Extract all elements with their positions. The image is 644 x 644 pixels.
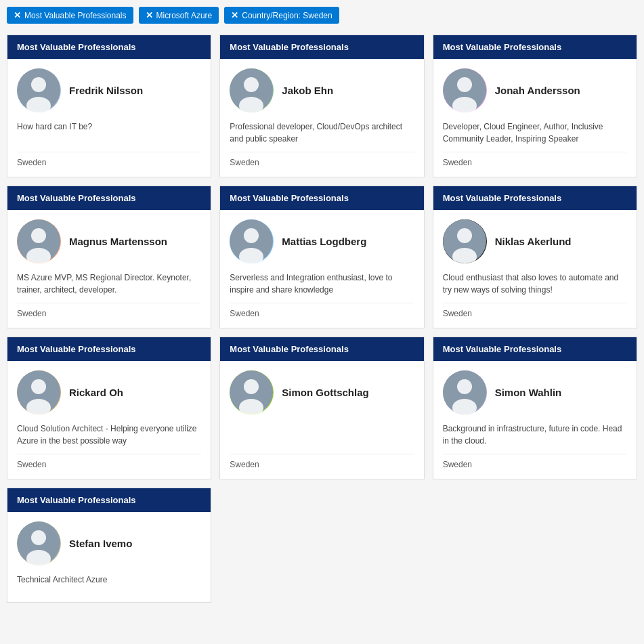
svg-point-4 <box>244 77 259 92</box>
profile-card-5[interactable]: Most Valuable Professionals Niklas Akerl… <box>433 186 637 328</box>
svg-point-1 <box>31 77 46 92</box>
card-body-4: Mattias Logdberg Serverless and Integrat… <box>220 210 423 328</box>
card-header-9: Most Valuable Professionals <box>7 488 211 512</box>
card-header-0: Most Valuable Professionals <box>7 35 211 59</box>
country-7: Sweden <box>230 454 414 469</box>
profile-card-6[interactable]: Most Valuable Professionals Rickard Oh C… <box>7 337 211 479</box>
cards-grid: Most Valuable Professionals Fredrik Nils… <box>7 35 637 603</box>
filter-label-country-filter: Country/Region: Sweden <box>242 11 332 20</box>
profile-card-7[interactable]: Most Valuable Professionals Simon Gottsc… <box>219 337 424 479</box>
bio-4: Serverless and Integration enthusiast, l… <box>230 272 414 296</box>
svg-point-13 <box>244 228 259 243</box>
bio-9: Technical Architect Azure <box>17 574 201 586</box>
card-body-2: Jonah Andersson Developer, Cloud Enginee… <box>433 59 637 177</box>
person-name-4: Mattias Logdberg <box>282 236 366 247</box>
filter-bar: ✕Most Valuable Professionals✕Microsoft A… <box>7 7 637 24</box>
x-icon-country-filter: ✕ <box>231 10 238 20</box>
card-body-6: Rickard Oh Cloud Solution Architect - He… <box>7 361 211 479</box>
bio-1: Professional developer, Cloud/DevOps arc… <box>230 121 414 145</box>
person-name-1: Jakob Ehn <box>282 85 333 96</box>
person-row-1: Jakob Ehn <box>230 68 414 112</box>
x-icon-mvp-filter: ✕ <box>14 10 21 20</box>
avatar-9 <box>17 521 61 565</box>
person-name-7: Simon Gottschlag <box>282 387 368 398</box>
card-header-8: Most Valuable Professionals <box>433 337 637 361</box>
card-body-5: Niklas Akerlund Cloud enthusiast that al… <box>433 210 637 328</box>
card-body-8: Simon Wahlin Background in infrastructur… <box>433 361 637 479</box>
person-row-5: Niklas Akerlund <box>443 219 627 263</box>
svg-point-25 <box>457 379 472 394</box>
profile-card-0[interactable]: Most Valuable Professionals Fredrik Nils… <box>7 35 211 177</box>
card-header-1: Most Valuable Professionals <box>220 35 423 59</box>
filter-tag-mvp-filter[interactable]: ✕Most Valuable Professionals <box>7 7 133 24</box>
person-row-3: Magnus Martensson <box>17 219 201 263</box>
x-icon-azure-filter: ✕ <box>146 10 153 20</box>
person-name-5: Niklas Akerlund <box>495 236 572 247</box>
person-row-0: Fredrik Nilsson <box>17 68 201 112</box>
card-body-3: Magnus Martensson MS Azure MVP, MS Regio… <box>7 210 211 328</box>
person-row-7: Simon Gottschlag <box>230 370 414 414</box>
bio-8: Background in infrastructure, future in … <box>443 423 627 447</box>
avatar-8 <box>443 370 487 414</box>
person-name-0: Fredrik Nilsson <box>69 85 143 96</box>
svg-point-16 <box>457 228 472 243</box>
person-row-9: Stefan Ivemo <box>17 521 201 565</box>
card-body-7: Simon Gottschlag Sweden <box>220 361 423 479</box>
person-name-8: Simon Wahlin <box>495 387 562 398</box>
person-name-6: Rickard Oh <box>69 387 123 398</box>
avatar-2 <box>443 68 487 112</box>
person-row-6: Rickard Oh <box>17 370 201 414</box>
bio-3: MS Azure MVP, MS Regional Director. Keyn… <box>17 272 201 296</box>
svg-point-10 <box>31 228 46 243</box>
country-1: Sweden <box>230 152 414 167</box>
svg-point-7 <box>457 77 472 92</box>
card-body-0: Fredrik Nilsson How hard can IT be? Swed… <box>7 59 211 177</box>
svg-point-19 <box>31 379 46 394</box>
country-2: Sweden <box>443 152 627 167</box>
bio-0: How hard can IT be? <box>17 121 201 145</box>
country-5: Sweden <box>443 303 627 318</box>
avatar-4 <box>230 219 274 263</box>
svg-point-22 <box>244 379 259 394</box>
bio-6: Cloud Solution Architect - Helping every… <box>17 423 201 447</box>
filter-label-mvp-filter: Most Valuable Professionals <box>24 11 127 20</box>
card-body-1: Jakob Ehn Professional developer, Cloud/… <box>220 59 423 177</box>
avatar-5 <box>443 219 487 263</box>
filter-tag-country-filter[interactable]: ✕Country/Region: Sweden <box>224 7 339 24</box>
card-header-4: Most Valuable Professionals <box>220 186 423 210</box>
person-name-3: Magnus Martensson <box>69 236 167 247</box>
svg-point-28 <box>31 530 46 545</box>
profile-card-3[interactable]: Most Valuable Professionals Magnus Marte… <box>7 186 211 328</box>
card-body-9: Stefan Ivemo Technical Architect Azure <box>7 512 211 602</box>
profile-card-2[interactable]: Most Valuable Professionals Jonah Anders… <box>433 35 637 177</box>
page-wrapper: ✕Most Valuable Professionals✕Microsoft A… <box>0 0 644 609</box>
bio-2: Developer, Cloud Engineer, Author, Inclu… <box>443 121 627 145</box>
profile-card-4[interactable]: Most Valuable Professionals Mattias Logd… <box>219 186 424 328</box>
card-header-5: Most Valuable Professionals <box>433 186 637 210</box>
card-header-3: Most Valuable Professionals <box>7 186 211 210</box>
avatar-0 <box>17 68 61 112</box>
bio-5: Cloud enthusiast that also loves to auto… <box>443 272 627 296</box>
card-header-7: Most Valuable Professionals <box>220 337 423 361</box>
avatar-6 <box>17 370 61 414</box>
person-name-9: Stefan Ivemo <box>69 538 132 549</box>
profile-card-8[interactable]: Most Valuable Professionals Simon Wahlin… <box>433 337 637 479</box>
person-row-8: Simon Wahlin <box>443 370 627 414</box>
filter-tag-azure-filter[interactable]: ✕Microsoft Azure <box>139 7 219 24</box>
filter-label-azure-filter: Microsoft Azure <box>156 11 213 20</box>
profile-card-1[interactable]: Most Valuable Professionals Jakob Ehn Pr… <box>219 35 424 177</box>
country-4: Sweden <box>230 303 414 318</box>
person-row-2: Jonah Andersson <box>443 68 627 112</box>
person-row-4: Mattias Logdberg <box>230 219 414 263</box>
profile-card-9[interactable]: Most Valuable Professionals Stefan Ivemo… <box>7 488 211 603</box>
avatar-3 <box>17 219 61 263</box>
person-name-2: Jonah Andersson <box>495 85 580 96</box>
country-8: Sweden <box>443 454 627 469</box>
avatar-1 <box>230 68 274 112</box>
avatar-7 <box>230 370 274 414</box>
country-0: Sweden <box>17 152 201 167</box>
country-6: Sweden <box>17 454 201 469</box>
country-3: Sweden <box>17 303 201 318</box>
card-header-6: Most Valuable Professionals <box>7 337 211 361</box>
card-header-2: Most Valuable Professionals <box>433 35 637 59</box>
